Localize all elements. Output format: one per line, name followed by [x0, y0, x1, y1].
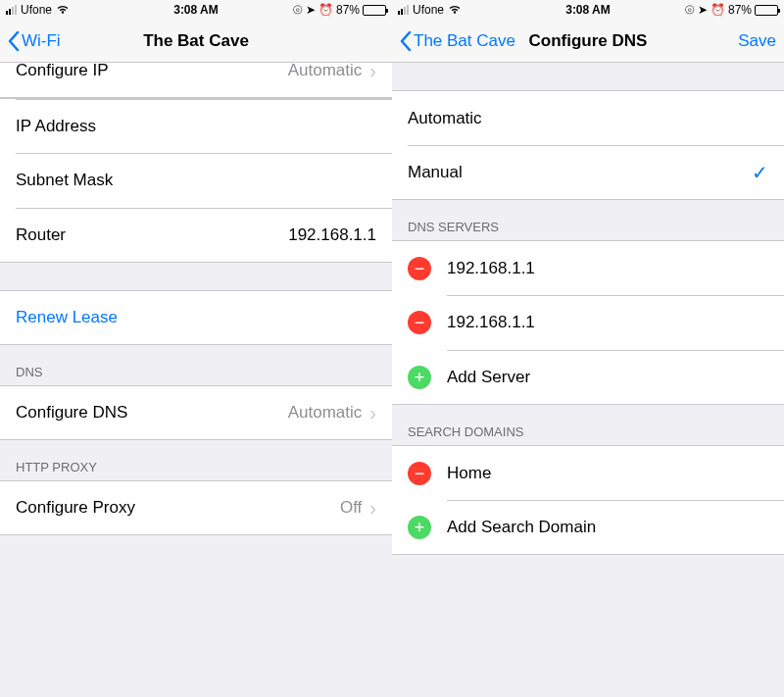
settings-list[interactable]: Configure IP Automatic › IP Address Subn…: [0, 63, 392, 697]
mode-manual-label: Manual: [408, 163, 463, 182]
back-button[interactable]: The Bat Cave: [400, 31, 515, 51]
dns-server-value: 192.168.1.1: [447, 313, 535, 332]
remove-icon[interactable]: −: [408, 311, 431, 334]
mode-manual-row[interactable]: Manual ✓: [392, 145, 784, 200]
back-button[interactable]: Wi-Fi: [8, 31, 61, 51]
chevron-right-icon: ›: [369, 497, 376, 520]
configure-ip-value: Automatic: [288, 63, 363, 80]
chevron-left-icon: [8, 31, 20, 51]
dns-server-row[interactable]: − 192.168.1.1: [392, 295, 784, 350]
subnet-mask-label: Subnet Mask: [16, 171, 113, 190]
configure-dns-label: Configure DNS: [16, 403, 127, 423]
clock-label: 3:08 AM: [392, 3, 784, 17]
chevron-right-icon: ›: [369, 63, 376, 82]
router-value: 192.168.1.1: [288, 225, 376, 245]
ip-address-row[interactable]: IP Address: [0, 98, 392, 153]
remove-icon[interactable]: −: [408, 462, 431, 485]
search-domain-value: Home: [447, 464, 491, 483]
mode-automatic-label: Automatic: [408, 109, 482, 128]
phone-right: Ufone 3:08 AM ⦾ ➤ ⏰ 87% The Bat Cave Con…: [392, 0, 784, 697]
back-label: The Bat Cave: [414, 31, 515, 51]
remove-icon[interactable]: −: [408, 257, 431, 280]
nav-bar: Wi-Fi The Bat Cave: [0, 20, 392, 63]
add-search-domain-label: Add Search Domain: [447, 518, 596, 537]
checkmark-icon: ✓: [752, 161, 768, 184]
save-button[interactable]: Save: [738, 31, 776, 51]
dns-server-value: 192.168.1.1: [447, 259, 535, 278]
configure-ip-row[interactable]: Configure IP Automatic ›: [0, 63, 392, 98]
configure-dns-value: Automatic: [288, 403, 363, 423]
router-label: Router: [16, 225, 66, 245]
configure-ip-label: Configure IP: [16, 63, 109, 80]
renew-lease-label: Renew Lease: [16, 308, 118, 327]
http-proxy-section-header: HTTP Proxy: [0, 440, 392, 480]
dns-server-row[interactable]: − 192.168.1.1: [392, 240, 784, 295]
add-server-label: Add Server: [447, 368, 530, 387]
phone-left: Ufone 3:08 AM ⦾ ➤ ⏰ 87% Wi-Fi The Bat Ca…: [0, 0, 392, 697]
add-search-domain-row[interactable]: + Add Search Domain: [392, 500, 784, 555]
configure-dns-row[interactable]: Configure DNS Automatic ›: [0, 385, 392, 440]
add-icon[interactable]: +: [408, 366, 431, 389]
dns-servers-header: DNS Servers: [392, 200, 784, 240]
ip-address-label: IP Address: [16, 117, 96, 136]
configure-proxy-row[interactable]: Configure Proxy Off ›: [0, 480, 392, 535]
add-icon[interactable]: +: [408, 516, 431, 539]
status-bar: Ufone 3:08 AM ⦾ ➤ ⏰ 87%: [392, 0, 784, 20]
battery-icon: [363, 5, 386, 16]
dns-config-list[interactable]: Automatic Manual ✓ DNS Servers − 192.168…: [392, 63, 784, 697]
section-gap: [0, 263, 392, 290]
section-gap: [392, 63, 784, 90]
renew-lease-button[interactable]: Renew Lease: [0, 290, 392, 345]
search-domains-header: Search Domains: [392, 405, 784, 445]
battery-icon: [755, 5, 778, 16]
router-row[interactable]: Router 192.168.1.1: [0, 208, 392, 263]
nav-bar: The Bat Cave Configure DNS Save: [392, 20, 784, 63]
dns-section-header: DNS: [0, 345, 392, 385]
chevron-right-icon: ›: [369, 402, 376, 424]
search-domain-row[interactable]: − Home: [392, 445, 784, 500]
clock-label: 3:08 AM: [0, 3, 392, 17]
configure-proxy-value: Off: [340, 498, 362, 518]
add-server-row[interactable]: + Add Server: [392, 350, 784, 405]
status-bar: Ufone 3:08 AM ⦾ ➤ ⏰ 87%: [0, 0, 392, 20]
configure-proxy-label: Configure Proxy: [16, 498, 135, 518]
back-label: Wi-Fi: [22, 31, 61, 51]
mode-automatic-row[interactable]: Automatic: [392, 90, 784, 145]
chevron-left-icon: [400, 31, 412, 51]
subnet-mask-row[interactable]: Subnet Mask: [0, 153, 392, 208]
